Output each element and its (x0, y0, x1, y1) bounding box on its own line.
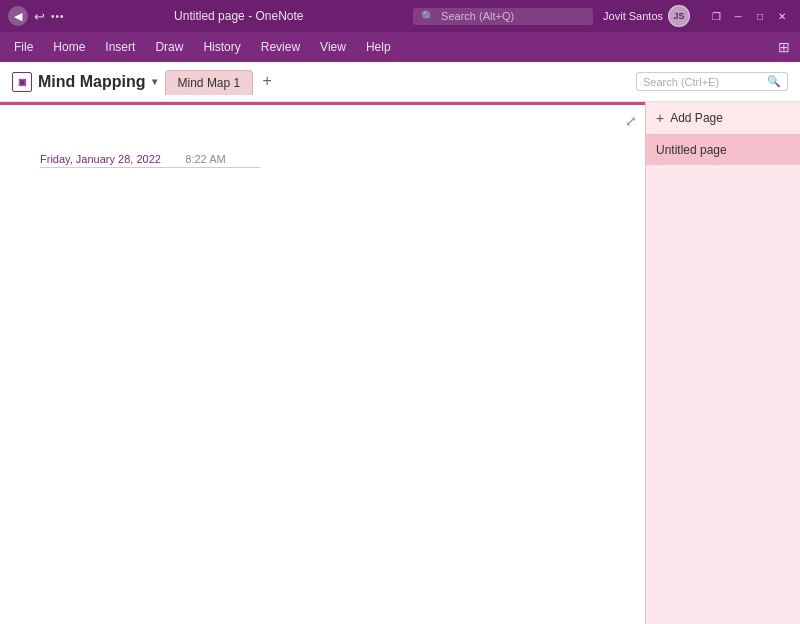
notebook-icon-symbol: ▣ (18, 77, 27, 87)
window-controls: ❐ ─ □ ✕ (706, 8, 792, 24)
notebook-icon: ▣ (12, 72, 32, 92)
page-metadata: Friday, January 28, 2022 8:22 AM (40, 149, 226, 167)
title-bar-right: Jovit Santos JS ❐ ─ □ ✕ (603, 5, 792, 27)
menu-bar: File Home Insert Draw History Review Vie… (0, 32, 800, 62)
page-search-input[interactable] (643, 76, 763, 88)
page-search-icon: 🔍 (767, 75, 781, 88)
page-time: 8:22 AM (185, 153, 225, 165)
menu-view[interactable]: View (310, 36, 356, 58)
notebook-name-button[interactable]: ▣ Mind Mapping ▾ (12, 72, 157, 92)
menu-draw[interactable]: Draw (145, 36, 193, 58)
notebook-header: ▣ Mind Mapping ▾ Mind Map 1 + 🔍 (0, 62, 800, 102)
back-button[interactable]: ◀ (8, 6, 28, 26)
menu-bar-right: ⊞ (772, 35, 796, 59)
menu-file[interactable]: File (4, 36, 43, 58)
notebook-title: Mind Mapping (38, 73, 146, 91)
add-page-plus-icon: + (656, 110, 664, 126)
title-bar: ◀ ↩ ••• Untitled page - OneNote 🔍 Jovit … (0, 0, 800, 32)
undo-icon[interactable]: ↩ (34, 9, 45, 24)
tab-mind-map-1[interactable]: Mind Map 1 (165, 70, 254, 95)
global-search-box[interactable]: 🔍 (413, 8, 593, 25)
restore-button[interactable]: ❐ (706, 8, 726, 24)
global-search-input[interactable] (441, 10, 581, 22)
right-panel: + Add Page Untitled page (645, 102, 800, 624)
back-icon: ◀ (14, 10, 22, 23)
page-canvas: ⤢ Friday, January 28, 2022 8:22 AM (0, 102, 645, 624)
page-date: Friday, January 28, 2022 (40, 153, 161, 165)
more-icon[interactable]: ••• (51, 11, 65, 22)
add-page-label: Add Page (670, 111, 723, 125)
add-tab-button[interactable]: + (255, 69, 279, 93)
user-info[interactable]: Jovit Santos JS (603, 5, 690, 27)
tabs-area: Mind Map 1 + (165, 69, 636, 95)
maximize-button[interactable]: □ (750, 8, 770, 24)
menu-history[interactable]: History (193, 36, 250, 58)
user-avatar: JS (668, 5, 690, 27)
menu-insert[interactable]: Insert (95, 36, 145, 58)
expand-button[interactable]: ⤢ (625, 113, 637, 129)
main-area: ⤢ Friday, January 28, 2022 8:22 AM + Add… (0, 102, 800, 624)
search-icon: 🔍 (421, 10, 435, 23)
menu-review[interactable]: Review (251, 36, 310, 58)
sidebar-toggle-button[interactable]: ⊞ (772, 35, 796, 59)
menu-home[interactable]: Home (43, 36, 95, 58)
avatar-initials: JS (673, 11, 684, 21)
close-button[interactable]: ✕ (772, 8, 792, 24)
title-bar-controls: ◀ ↩ ••• (8, 6, 65, 26)
page-list-item[interactable]: Untitled page (646, 135, 800, 165)
menu-help[interactable]: Help (356, 36, 401, 58)
add-page-button[interactable]: + Add Page (646, 102, 800, 135)
page-title-line (40, 167, 260, 168)
window-title: Untitled page - OneNote (65, 9, 414, 23)
page-search-box[interactable]: 🔍 (636, 72, 788, 91)
user-name: Jovit Santos (603, 10, 663, 22)
minimize-button[interactable]: ─ (728, 8, 748, 24)
notebook-chevron-icon: ▾ (152, 76, 157, 87)
